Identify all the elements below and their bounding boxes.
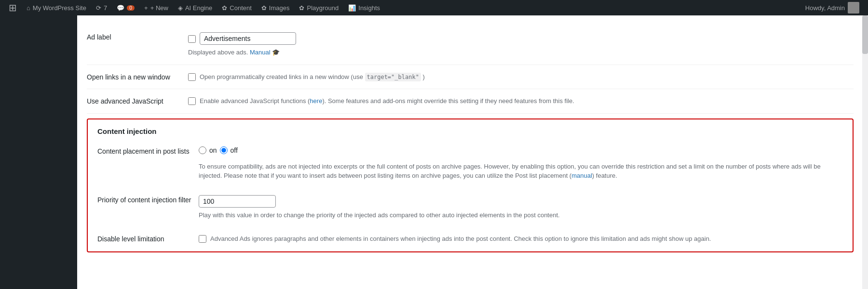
priority-row: Priority of content injection filter Pla…: [97, 188, 843, 227]
home-icon: ⌂: [27, 4, 30, 12]
disable-level-control: Advanced Ads ignores paragraphs and othe…: [199, 234, 843, 244]
plus-icon: +: [144, 4, 148, 12]
disable-level-desc: Advanced Ads ignores paragraphs and othe…: [210, 234, 711, 244]
target-blank-code: target="_blank": [365, 73, 421, 81]
images-item[interactable]: ✿ Images: [257, 0, 295, 15]
disable-level-row: Disable level limitation Advanced Ads ig…: [97, 227, 843, 244]
content-injection-section: Content injection Content placement in p…: [87, 118, 854, 252]
customize-icon: ⟳: [96, 4, 101, 12]
ai-engine-icon: ◈: [178, 4, 183, 12]
open-links-row: Open links in a new window Open programm…: [87, 65, 854, 90]
scrollbar-track: [862, 15, 868, 289]
ad-label-desc: Displayed above ads. Manual 🎓: [188, 48, 854, 57]
open-links-desc: Open programmatically created links in a…: [200, 72, 425, 82]
ai-engine-label: AI Engine: [185, 4, 212, 12]
wp-logo-item[interactable]: ⊞: [4, 0, 22, 15]
insights-label: Insights: [358, 4, 380, 12]
admin-bar: ⊞ ⌂ My WordPress Site ⟳ 7 💬 0 + + New ◈ …: [0, 0, 868, 15]
open-links-control: Open programmatically created links in a…: [188, 72, 854, 82]
images-icon: ✿: [261, 4, 267, 12]
here-link[interactable]: here: [310, 97, 322, 105]
radio-group: on off: [199, 146, 843, 154]
main-content: Ad label Displayed above ads. Manual 🎓 O…: [77, 15, 868, 289]
advanced-js-label: Use advanced JavaScript: [87, 96, 188, 105]
disable-level-label: Disable level limitation: [97, 234, 199, 243]
radio-on-label: on: [209, 146, 217, 154]
placement-desc: To ensure compatibility, ads are not inj…: [199, 162, 843, 181]
manual-link[interactable]: manual: [571, 172, 592, 179]
wp-logo-icon: ⊞: [9, 2, 17, 13]
priority-input[interactable]: [199, 195, 276, 208]
disable-level-checkbox[interactable]: [199, 235, 206, 243]
comments-icon: 💬: [117, 4, 124, 12]
playground-icon: ✿: [299, 4, 304, 12]
sidebar: [0, 15, 77, 289]
images-label: Images: [269, 4, 290, 12]
advanced-js-control: Enable advanced JavaScript functions (he…: [188, 96, 854, 106]
ad-label-checkbox[interactable]: [188, 35, 196, 43]
customize-item[interactable]: ⟳ 7: [91, 0, 112, 15]
open-links-checkbox[interactable]: [188, 73, 196, 81]
scrollbar-thumb[interactable]: [862, 15, 868, 54]
content-item[interactable]: ✿ Content: [217, 0, 257, 15]
content-placement-row: Content placement in post lists on off T…: [97, 146, 843, 188]
priority-control: Play with this value in order to change …: [199, 195, 843, 220]
radio-off[interactable]: [220, 146, 228, 154]
radio-on[interactable]: [199, 146, 206, 154]
radio-off-label: off: [231, 146, 238, 154]
advanced-js-row: Use advanced JavaScript Enable advanced …: [87, 89, 854, 114]
content-label: Content: [230, 4, 252, 12]
ad-label-input[interactable]: [200, 32, 296, 45]
site-name-label: My WordPress Site: [33, 4, 86, 12]
insights-item[interactable]: 📊 Insights: [343, 0, 385, 15]
admin-avatar: [848, 2, 859, 13]
new-item[interactable]: + + New: [139, 0, 173, 15]
comments-item[interactable]: 💬 0: [112, 0, 139, 15]
new-label: + New: [150, 4, 168, 12]
priority-desc: Play with this value in order to change …: [199, 210, 843, 220]
ai-engine-item[interactable]: ◈ AI Engine: [173, 0, 217, 15]
priority-label: Priority of content injection filter: [97, 195, 199, 204]
advanced-js-desc: Enable advanced JavaScript functions (he…: [200, 96, 574, 106]
content-placement-control: on off To ensure compatibility, ads are …: [199, 146, 843, 181]
content-icon: ✿: [222, 4, 227, 12]
content-placement-label: Content placement in post lists: [97, 146, 199, 155]
insights-icon: 📊: [348, 4, 356, 12]
advanced-js-checkbox[interactable]: [188, 97, 196, 105]
site-name-item[interactable]: ⌂ My WordPress Site: [22, 0, 91, 15]
playground-item[interactable]: ✿ Playground: [294, 0, 343, 15]
ad-label-row: Ad label Displayed above ads. Manual 🎓: [87, 25, 854, 65]
howdy-section: Howdy, Admin: [800, 2, 864, 13]
ad-label-control: Displayed above ads. Manual 🎓: [188, 32, 854, 57]
content-injection-title: Content injection: [97, 127, 843, 139]
ad-label-text: Ad label: [87, 32, 188, 41]
howdy-label: Howdy, Admin: [805, 4, 845, 12]
comments-count: 7: [104, 4, 107, 12]
comments-badge: 0: [127, 5, 135, 11]
hat-icon: 🎓: [272, 49, 280, 56]
playground-label: Playground: [307, 4, 339, 12]
open-links-label: Open links in a new window: [87, 72, 188, 81]
ad-label-manual-link[interactable]: Manual: [250, 49, 271, 56]
